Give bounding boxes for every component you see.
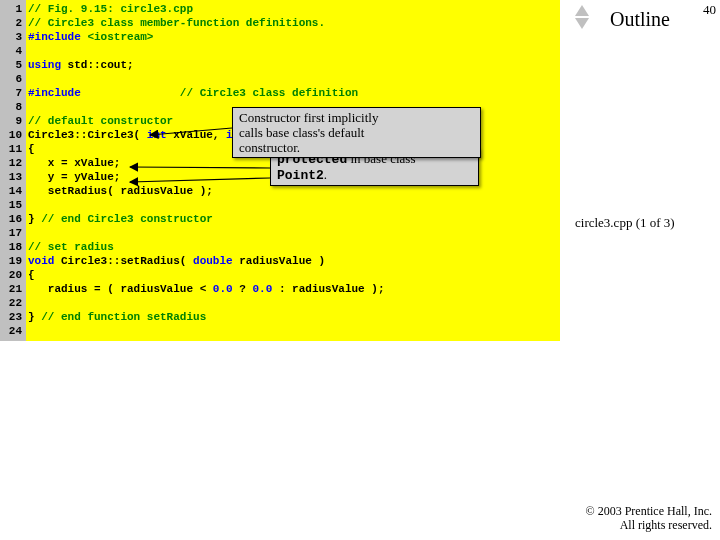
file-part-label: circle3.cpp (1 of 3) (575, 215, 675, 231)
lineno: 2 (0, 16, 26, 30)
callout-constructor-note: Constructor first implicitly calls base … (232, 107, 481, 158)
code-text: Circle3::Circle3( (28, 129, 147, 141)
lineno: 6 (0, 72, 26, 86)
code-text: ? (233, 283, 253, 295)
code-text: // default constructor (28, 115, 173, 127)
lineno: 22 (0, 296, 26, 310)
lineno: 15 (0, 198, 26, 212)
lineno: 8 (0, 100, 26, 114)
code-text: radius = ( radiusValue < (28, 283, 213, 295)
outline-heading: Outline (610, 8, 670, 31)
lineno: 16 (0, 212, 26, 226)
lineno: 20 (0, 268, 26, 282)
callout-code: Point2 (277, 168, 324, 183)
code-text: y = yValue; (28, 171, 120, 183)
slide: 1 2 3 4 5 6 7 8 9 10 11 12 13 14 15 16 1… (0, 0, 720, 540)
code-text: double (193, 255, 233, 267)
code-text: setRadius( radiusValue ); (28, 185, 213, 197)
lineno: 18 (0, 240, 26, 254)
lineno: 12 (0, 156, 26, 170)
callout-text: Constructor first implicitly (239, 110, 378, 125)
lineno: 23 (0, 310, 26, 324)
copyright-line: © 2003 Prentice Hall, Inc. (586, 504, 712, 518)
code-text: // Fig. 9.15: circle3.cpp (28, 3, 193, 15)
code-text: 0.0 (252, 283, 272, 295)
lineno: 7 (0, 86, 26, 100)
callout-text: . (324, 167, 327, 182)
code-text: { (28, 269, 35, 281)
lineno: 19 (0, 254, 26, 268)
lineno: 10 (0, 128, 26, 142)
code-text: #include (28, 87, 87, 99)
lineno: 17 (0, 226, 26, 240)
copyright: © 2003 Prentice Hall, Inc. All rights re… (586, 504, 712, 532)
code-text: : radiusValue ); (272, 283, 384, 295)
lineno: 21 (0, 282, 26, 296)
code-text: } (28, 213, 41, 225)
callout-text: constructor. (239, 140, 300, 155)
code-text: int (147, 129, 167, 141)
code-text: } (28, 311, 41, 323)
lineno: 11 (0, 142, 26, 156)
code-text: <iostream> (87, 31, 153, 43)
code-text: xValue, (167, 129, 226, 141)
code-text: // set radius (28, 241, 114, 253)
code-text: { (28, 143, 35, 155)
code-text: void (28, 255, 54, 267)
code-text: // Circle3 class member-function definit… (28, 17, 325, 29)
line-number-gutter: 1 2 3 4 5 6 7 8 9 10 11 12 13 14 15 16 1… (0, 0, 26, 341)
nav-up-icon[interactable] (575, 5, 589, 16)
code-text: // end Circle3 constructor (41, 213, 213, 225)
code-text: using (28, 59, 61, 71)
callout-text: calls base class's default (239, 125, 364, 140)
code-text: // Circle3 class definition (160, 87, 358, 99)
code-text: x = xValue; (28, 157, 120, 169)
code-text: std::cout; (61, 59, 134, 71)
code-text: Circle3::setRadius( (54, 255, 193, 267)
lineno: 4 (0, 44, 26, 58)
lineno: 24 (0, 324, 26, 338)
code-text: radiusValue ) (233, 255, 325, 267)
lineno: 13 (0, 170, 26, 184)
nav-down-icon[interactable] (575, 18, 589, 29)
code-text: // end function setRadius (41, 311, 206, 323)
lineno: 9 (0, 114, 26, 128)
code-text: 0.0 (213, 283, 233, 295)
nav-arrows (575, 5, 589, 31)
lineno: 3 (0, 30, 26, 44)
code-text: #include (28, 31, 87, 43)
page-number: 40 (703, 2, 716, 18)
copyright-line: All rights reserved. (586, 518, 712, 532)
lineno: 14 (0, 184, 26, 198)
lineno: 5 (0, 58, 26, 72)
lineno: 1 (0, 2, 26, 16)
